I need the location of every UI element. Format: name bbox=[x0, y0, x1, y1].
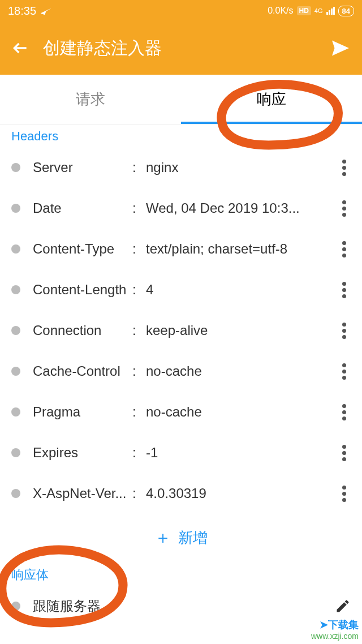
network-type: 4G bbox=[314, 8, 323, 14]
header-row[interactable]: Server : nginx bbox=[0, 147, 362, 188]
headers-list: Server : nginx Date : Wed, 04 Dec 2019 1… bbox=[0, 147, 362, 514]
header-key: Server bbox=[33, 160, 132, 175]
bullet-icon bbox=[11, 326, 20, 335]
status-time: 18:35 bbox=[8, 5, 36, 18]
colon: : bbox=[132, 323, 146, 338]
more-icon[interactable] bbox=[337, 363, 351, 380]
more-icon[interactable] bbox=[337, 404, 351, 420]
header-key: Pragma bbox=[33, 404, 132, 420]
bullet-icon bbox=[11, 448, 20, 457]
back-icon[interactable] bbox=[11, 39, 29, 57]
more-icon[interactable] bbox=[337, 486, 351, 502]
body-mode-row[interactable]: 跟随服务器 bbox=[0, 587, 362, 625]
header-key: Date bbox=[33, 200, 132, 216]
header-value: keep-alive bbox=[146, 323, 337, 338]
bullet-icon bbox=[11, 407, 20, 417]
header-row[interactable]: X-AspNet-Ver... : 4.0.30319 bbox=[0, 473, 362, 514]
network-speed: 0.0K/s bbox=[268, 6, 293, 16]
colon: : bbox=[132, 282, 146, 298]
signal-icon bbox=[326, 7, 335, 15]
location-icon bbox=[41, 6, 51, 16]
app-bar: 创建静态注入器 bbox=[0, 22, 362, 75]
header-key: Content-Type bbox=[33, 241, 132, 257]
header-row[interactable]: Date : Wed, 04 Dec 2019 10:3... bbox=[0, 188, 362, 229]
bullet-icon bbox=[11, 285, 20, 294]
arrow-icon: ➤ bbox=[320, 619, 328, 631]
colon: : bbox=[132, 241, 146, 257]
bullet-icon bbox=[11, 489, 20, 498]
header-value: text/plain; charset=utf-8 bbox=[146, 241, 337, 257]
header-key: Cache-Control bbox=[33, 363, 132, 379]
header-row[interactable]: Cache-Control : no-cache bbox=[0, 351, 362, 392]
header-key: X-AspNet-Ver... bbox=[33, 486, 132, 501]
more-icon[interactable] bbox=[337, 200, 351, 217]
add-header-button[interactable]: ＋ 新增 bbox=[0, 514, 362, 562]
status-bar: 18:35 0.0K/s HD 4G 84 bbox=[0, 0, 362, 22]
tabs: 请求 响应 bbox=[0, 75, 362, 124]
more-icon[interactable] bbox=[337, 160, 351, 176]
status-right: 0.0K/s HD 4G 84 bbox=[268, 6, 354, 16]
header-value: no-cache bbox=[146, 363, 337, 379]
bullet-icon bbox=[11, 204, 20, 213]
header-value: 4.0.30319 bbox=[146, 486, 337, 501]
header-value: no-cache bbox=[146, 404, 337, 420]
colon: : bbox=[132, 160, 146, 175]
header-row[interactable]: Content-Type : text/plain; charset=utf-8 bbox=[0, 229, 362, 269]
tab-request[interactable]: 请求 bbox=[0, 75, 181, 124]
header-row[interactable]: Pragma : no-cache bbox=[0, 392, 362, 432]
colon: : bbox=[132, 445, 146, 461]
colon: : bbox=[132, 404, 146, 420]
colon: : bbox=[132, 363, 146, 379]
bullet-icon bbox=[11, 602, 20, 611]
colon: : bbox=[132, 200, 146, 216]
header-value: Wed, 04 Dec 2019 10:3... bbox=[146, 200, 337, 216]
hd-badge: HD bbox=[297, 6, 311, 15]
header-value: nginx bbox=[146, 160, 337, 175]
plus-icon: ＋ bbox=[154, 526, 171, 549]
header-key: Content-Length bbox=[33, 282, 132, 298]
watermark: ➤下载集 www.xzji.com bbox=[311, 618, 359, 641]
header-value: 4 bbox=[146, 282, 337, 298]
bullet-icon bbox=[11, 367, 20, 376]
body-mode-label: 跟随服务器 bbox=[33, 597, 335, 615]
bullet-icon bbox=[11, 163, 20, 172]
more-icon[interactable] bbox=[337, 445, 351, 461]
status-left: 18:35 bbox=[8, 5, 51, 18]
header-key: Connection bbox=[33, 323, 132, 338]
header-value: -1 bbox=[146, 445, 337, 461]
more-icon[interactable] bbox=[337, 282, 351, 298]
section-body-label: 响应体 bbox=[0, 562, 362, 587]
edit-icon[interactable] bbox=[335, 598, 351, 614]
tab-response[interactable]: 响应 bbox=[181, 75, 362, 124]
page-title: 创建静态注入器 bbox=[43, 37, 317, 60]
add-label: 新增 bbox=[178, 528, 208, 548]
header-row[interactable]: Connection : keep-alive bbox=[0, 310, 362, 351]
section-headers-label: Headers bbox=[0, 124, 362, 147]
header-key: Expires bbox=[33, 445, 132, 461]
header-row[interactable]: Content-Length : 4 bbox=[0, 269, 362, 310]
send-icon[interactable] bbox=[330, 38, 351, 58]
header-row[interactable]: Expires : -1 bbox=[0, 432, 362, 473]
more-icon[interactable] bbox=[337, 241, 351, 257]
battery-indicator: 84 bbox=[338, 6, 354, 16]
bullet-icon bbox=[11, 244, 20, 254]
colon: : bbox=[132, 486, 146, 501]
more-icon[interactable] bbox=[337, 323, 351, 339]
